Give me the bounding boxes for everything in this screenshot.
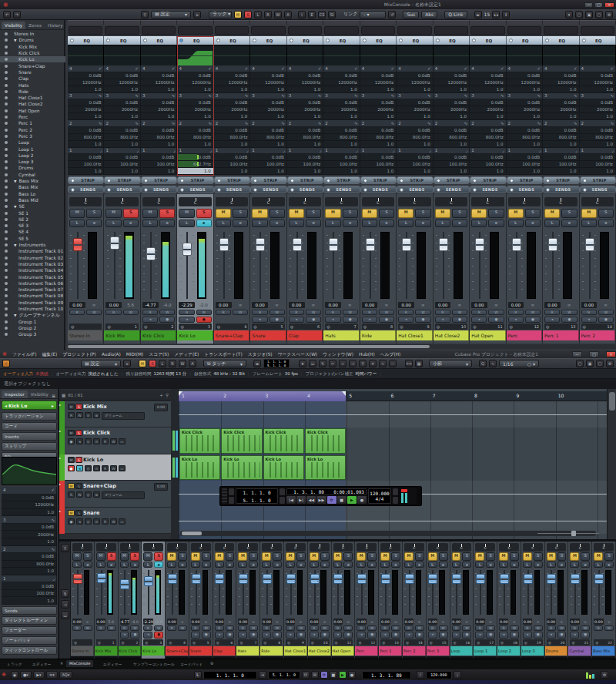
eq-band-header[interactable]: 1◞ <box>2 575 57 583</box>
band-gain-value[interactable]: 0.0dB <box>214 154 250 161</box>
visibility-dot-icon[interactable] <box>5 71 8 74</box>
menu-item[interactable]: スタジオ(S) <box>248 351 273 358</box>
solo-button[interactable]: S <box>226 552 235 561</box>
band-gain-value[interactable]: 0.0dB <box>397 154 433 161</box>
collapse-arrow-icon[interactable]: ▼ <box>14 205 16 209</box>
monitor-button[interactable]: ◂ <box>120 632 129 639</box>
volume-field[interactable]: ボリューム <box>102 412 145 420</box>
band-q-value[interactable]: 1.0 <box>397 113 433 120</box>
fader-cap[interactable] <box>512 238 521 251</box>
output-routing[interactable]: ◎17 <box>475 639 495 645</box>
record-enable-button[interactable]: ● <box>68 438 75 444</box>
band-q-value[interactable]: 1.0 <box>177 86 213 93</box>
band-q-value[interactable]: 1.0 <box>434 113 470 120</box>
eq-curve-display[interactable] <box>104 45 140 65</box>
redo-button[interactable]: ↷ <box>13 11 21 18</box>
read-button[interactable]: R <box>142 310 158 315</box>
fader-track[interactable] <box>124 570 126 615</box>
listen-button[interactable]: L <box>544 220 560 227</box>
eq-band-header[interactable]: 1◞ <box>470 148 506 155</box>
band-gain-value[interactable]: 0.0dB <box>470 99 506 106</box>
sends-led-icon[interactable] <box>363 188 367 192</box>
band-q-value[interactable]: 1.0 <box>580 86 616 93</box>
monitor-button[interactable]: ◂ <box>179 317 194 323</box>
band-freq-value[interactable]: 2000Hz <box>470 106 506 113</box>
edit-button[interactable]: e <box>452 220 467 227</box>
eq-band-header[interactable]: 3∿ <box>250 93 286 100</box>
band-q-value[interactable]: 1.0 <box>68 113 104 120</box>
band-freq-value[interactable]: 100.0Hz <box>214 161 250 168</box>
mute-button[interactable]: M <box>262 552 271 561</box>
toolbar-a-button[interactable]: A <box>189 360 196 367</box>
band-q-value[interactable]: 1.0 <box>580 141 616 148</box>
band-q-value[interactable]: 1.0 <box>287 141 323 148</box>
read-button[interactable]: R <box>570 625 579 631</box>
strip-rack-header[interactable]: STRIP <box>434 176 470 184</box>
record-button[interactable]: ● <box>249 632 258 639</box>
band-gain-value[interactable]: 0.0dB <box>250 72 286 79</box>
output-routing[interactable]: ◎22 <box>594 639 614 645</box>
read-button[interactable]: R <box>262 625 271 631</box>
eq-rack-header[interactable]: EQ <box>287 36 323 45</box>
band-gain-value[interactable]: 0.0dB <box>360 72 397 79</box>
fader-value[interactable]: -4.77 <box>120 619 129 625</box>
strip-rack-header[interactable]: STRIP <box>580 176 616 184</box>
sidebar-item[interactable]: Instrument Track 09 <box>0 300 65 306</box>
fader-value[interactable]: 0.00 <box>357 619 366 625</box>
fader-value[interactable]: 0.00 <box>475 619 484 625</box>
edit-button[interactable]: e <box>488 220 504 227</box>
inspector-section2-0[interactable]: Sends <box>2 606 57 615</box>
edit-button[interactable]: e <box>604 562 614 568</box>
record-button[interactable]: ● <box>270 317 285 323</box>
pan-control[interactable]: C <box>475 543 495 552</box>
band-freq-value[interactable]: 12000Hz <box>434 79 470 86</box>
band-q-value[interactable]: 1.0 <box>177 113 213 120</box>
zoom-in-icon[interactable]: ▸◂ <box>492 11 500 18</box>
eq-band-header[interactable]: 3∿ <box>104 93 140 100</box>
visibility-dot-icon[interactable] <box>5 102 8 106</box>
sends-led-icon[interactable] <box>107 188 111 192</box>
volume-field[interactable]: ボリューム <box>102 491 145 499</box>
solo-button[interactable]: S <box>196 209 212 218</box>
pan-control[interactable]: C <box>252 197 284 206</box>
channel-name[interactable]: Hat Open <box>470 330 505 340</box>
solo-button[interactable]: S <box>273 552 282 561</box>
tab-mixconsole[interactable]: MixConsole <box>66 660 93 667</box>
mute-button[interactable]: M <box>404 552 413 561</box>
sidebar-item[interactable]: Bass Mix <box>0 184 65 190</box>
monitor-button[interactable]: ◂ <box>499 632 508 639</box>
band-freq-value[interactable]: 2000Hz <box>543 106 579 113</box>
read-button[interactable]: R <box>68 491 75 498</box>
menu-item[interactable]: ウィンドウ(W) <box>323 351 353 358</box>
channel-name[interactable]: Hat Close1 <box>397 330 432 340</box>
band-q-value[interactable]: 1.0 <box>397 168 433 175</box>
monitor-button[interactable]: ◂ <box>570 632 579 639</box>
band-q-value[interactable]: 1.0 <box>360 86 397 93</box>
visibility-dot-icon[interactable] <box>5 199 8 202</box>
eq-band-header[interactable]: 4✓ <box>287 65 323 72</box>
band-gain-value[interactable]: 0.0dB <box>141 127 177 134</box>
tab-chord-pads[interactable]: コードパッド <box>177 660 206 668</box>
output-routing[interactable]: ◎14 <box>404 639 424 645</box>
sends-rack-header[interactable]: SENDS <box>397 186 433 193</box>
mute-button[interactable]: M <box>380 552 390 561</box>
solo-button[interactable]: S <box>178 552 187 561</box>
insert-slot[interactable] <box>470 26 504 35</box>
listen-button[interactable]: L <box>72 562 82 568</box>
edit-button[interactable]: e <box>391 562 400 568</box>
mute-button[interactable]: M <box>547 552 556 561</box>
fader-value[interactable]: 0.00 <box>380 619 390 625</box>
listen-button[interactable]: L <box>289 220 304 227</box>
visibility-dot-icon[interactable] <box>5 122 8 125</box>
sidebar-item[interactable]: Instrument Track 06 <box>0 280 65 287</box>
toolbar-cs-button[interactable]: CS <box>318 11 326 18</box>
band-q-value[interactable]: 1.0 <box>68 86 104 93</box>
band-q-value[interactable]: 1.0 <box>543 141 579 148</box>
band-gain-value[interactable]: 0.0dB <box>141 72 177 79</box>
monitor-button[interactable]: ◂ <box>404 632 413 639</box>
band-q-value[interactable]: 1.0 <box>397 141 433 148</box>
mute-button[interactable]: M <box>570 552 579 561</box>
solo-button[interactable]: S <box>249 552 258 561</box>
inspector-tab-inspector[interactable]: Inspector <box>2 391 28 398</box>
band-gain-value[interactable]: 0.0dB <box>580 154 616 161</box>
